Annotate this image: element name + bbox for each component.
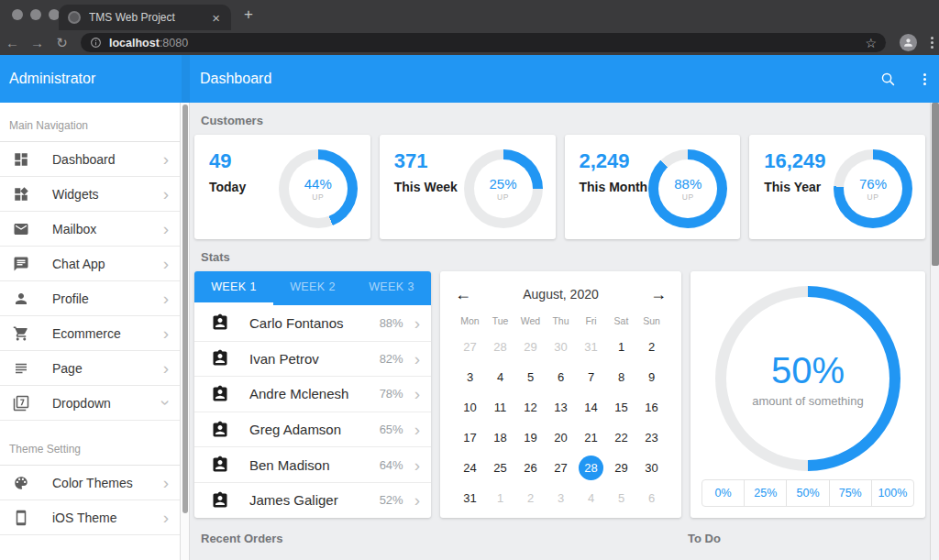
new-tab-button[interactable]: + [244,5,253,24]
calendar-day[interactable]: 5 [515,362,546,392]
sidebar-item-color-themes[interactable]: Color Themes › [0,466,180,500]
sidebar-item-profile[interactable]: Profile › [0,281,180,316]
calendar-next-icon[interactable]: → [645,285,667,304]
tab-week-2[interactable]: WEEK 2 [273,271,352,305]
search-icon[interactable] [880,71,896,87]
calendar-selected-day[interactable]: 28 [579,456,603,480]
person-name: Ivan Petrov [249,351,380,367]
person-row[interactable]: Ivan Petrov 82% › [194,341,431,377]
calendar-day[interactable]: 6 [546,362,576,392]
sidebar-item-dashboard[interactable]: Dashboard › [0,142,180,177]
tab-week-1[interactable]: WEEK 1 [194,271,273,305]
person-row[interactable]: Andre Mclenesh 78% › [194,376,431,412]
browser-tab[interactable]: TMS Web Project × [59,5,231,30]
sidebar-item-widgets[interactable]: Widgets › [0,177,180,212]
calendar-day[interactable]: 3 [455,362,485,392]
gauge-50-button[interactable]: 50% [786,479,829,507]
browser-menu-icon[interactable] [931,37,933,49]
calendar-day[interactable]: 13 [546,392,576,423]
sidebar-scrollbar-thumb[interactable] [182,104,188,513]
calendar-day[interactable]: 2 [515,483,546,513]
calendar-day[interactable]: 18 [485,423,515,453]
bookmark-star-icon[interactable]: ☆ [865,36,877,50]
calendar-day[interactable]: 20 [546,423,576,453]
calendar-day[interactable]: 22 [606,423,636,453]
calendar-day[interactable]: 29 [606,453,636,483]
person-percent: 88% [380,316,403,330]
main-scrollbar[interactable] [930,103,939,560]
calendar-day[interactable]: 4 [485,362,515,392]
calendar-day[interactable]: 3 [546,483,576,513]
tab-close-icon[interactable]: × [210,10,222,26]
gauge-0-button[interactable]: 0% [701,479,745,507]
main-scrollbar-thumb[interactable] [932,103,939,266]
calendar-day[interactable]: 5 [606,483,636,513]
calendar-day[interactable]: 10 [455,392,485,423]
back-button[interactable]: ← [0,35,25,50]
calendar-day[interactable]: 12 [515,392,546,423]
calendar-day[interactable]: 2 [636,332,667,362]
browser-profile-avatar[interactable] [900,34,917,51]
calendar-day[interactable]: 16 [636,392,667,423]
person-row[interactable]: Ben Madison 64% › [194,446,431,482]
sidebar-item-mailbox[interactable]: Mailbox › [0,212,180,247]
calendar-day[interactable]: 11 [485,392,515,423]
calendar-day[interactable]: 26 [515,453,546,483]
calendar-day[interactable]: 19 [515,423,546,453]
calendar-day[interactable]: 8 [606,362,636,392]
stat-value: 2,249 [580,149,648,173]
header-divider [182,55,190,103]
calendar-day[interactable]: 7 [576,362,606,392]
gauge-100-button[interactable]: 100% [871,479,914,507]
calendar-day[interactable]: 29 [515,332,546,362]
reload-button[interactable]: ↻ [50,35,74,51]
calendar-day[interactable]: 17 [455,423,485,453]
recent-orders-heading: Recent Orders [201,532,688,545]
calendar-day[interactable]: 31 [576,332,606,362]
sidebar-item-page[interactable]: Page › [0,351,180,386]
person-icon [13,291,29,307]
calendar-day[interactable]: 14 [576,392,606,423]
window-minimize-button[interactable] [30,9,41,20]
calendar-day[interactable]: 9 [636,362,667,392]
sidebar-item-chat-app[interactable]: Chat App › [0,247,180,281]
calendar-day[interactable]: 28 [576,453,606,483]
calendar-day[interactable]: 30 [546,332,576,362]
person-percent: 65% [380,423,403,436]
sidebar-scrollbar[interactable] [180,103,190,560]
calendar-day[interactable]: 27 [455,332,485,362]
calendar-day[interactable]: 23 [636,423,667,453]
calendar-day[interactable]: 1 [485,483,515,513]
calendar-day[interactable]: 4 [576,483,606,513]
sidebar-item-ecommerce[interactable]: Ecommerce › [0,316,180,351]
calendar-day[interactable]: 24 [455,453,485,483]
calendar-day[interactable]: 27 [546,453,576,483]
sidebar-item-ios-theme[interactable]: iOS Theme › [0,500,180,535]
gauge-75-button[interactable]: 75% [829,479,872,507]
info-icon[interactable] [90,37,102,49]
weekday-label: Mon [455,308,485,332]
calendar-prev-icon[interactable]: ← [455,285,477,304]
calendar-day[interactable]: 1 [606,332,636,362]
calendar-day[interactable]: 25 [485,453,515,483]
calendar-day[interactable]: 6 [636,483,667,513]
forward-button[interactable]: → [25,35,50,50]
window-close-button[interactable] [12,9,23,20]
calendar-day[interactable]: 15 [606,392,636,423]
address-bar[interactable]: localhost:8080 ☆ [81,33,886,52]
person-row[interactable]: Greg Adamson 65% › [194,412,431,447]
person-row[interactable]: Carlo Fontanos 88% › [194,305,431,341]
calendar-day[interactable]: 31 [455,483,485,513]
donut-percent: 44% [304,176,332,192]
chevron-right-icon: › [163,509,169,526]
tab-week-3[interactable]: WEEK 3 [352,271,431,305]
calendar-day[interactable]: 30 [636,453,667,483]
app-menu-icon[interactable] [923,73,926,85]
stat-value: 49 [209,149,246,173]
gauge-25-button[interactable]: 25% [744,479,787,507]
donut-direction: UP [867,192,879,202]
sidebar-item-dropdown[interactable]: Dropdown › [0,386,180,421]
calendar-day[interactable]: 21 [576,423,606,453]
person-row[interactable]: James Galiger 52% › [194,482,431,518]
calendar-day[interactable]: 28 [485,332,515,362]
